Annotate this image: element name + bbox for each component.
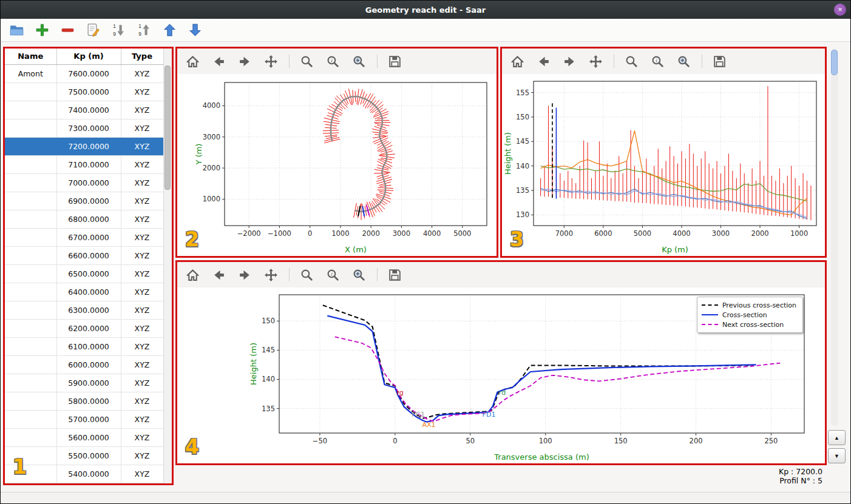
table-cell[interactable] — [5, 137, 56, 155]
table-cell[interactable]: XYZ — [121, 119, 163, 137]
table-row[interactable]: 6900.0000XYZ — [5, 192, 163, 210]
table-row[interactable]: 6600.0000XYZ — [5, 246, 163, 264]
table-cell[interactable] — [5, 392, 56, 410]
table-row[interactable]: 7500.0000XYZ — [5, 82, 163, 101]
table-cell[interactable]: 6300.0000 — [56, 301, 121, 319]
table-row[interactable]: 5700.0000XYZ — [5, 410, 163, 428]
table-cell[interactable] — [5, 337, 56, 355]
profile-up-button[interactable]: ▲ — [828, 430, 846, 445]
plan-view-plot[interactable]: 1000200030004000−2000−100001000200030004… — [177, 74, 497, 256]
table-cell[interactable] — [5, 428, 56, 446]
table-cell[interactable] — [5, 228, 56, 246]
forward-button[interactable] — [561, 53, 578, 70]
pan-button[interactable] — [263, 266, 280, 283]
table-cell[interactable] — [5, 192, 56, 210]
zoom-button[interactable] — [299, 266, 316, 283]
table-row[interactable]: 6200.0000XYZ — [5, 319, 163, 337]
table-scrollbar[interactable] — [163, 49, 172, 483]
column-header[interactable]: Type — [121, 49, 163, 64]
table-cell[interactable]: 5600.0000 — [56, 428, 121, 446]
table-cell[interactable] — [5, 155, 56, 173]
home-button[interactable] — [185, 266, 202, 283]
table-row[interactable]: 6100.0000XYZ — [5, 337, 163, 355]
table-cell[interactable] — [5, 301, 56, 319]
table-row[interactable]: 6300.0000XYZ — [5, 301, 163, 319]
table-cell[interactable]: XYZ — [121, 210, 163, 228]
table-cell[interactable]: 7600.0000 — [56, 64, 121, 82]
table-cell[interactable]: XYZ — [121, 374, 163, 392]
table-cell[interactable]: XYZ — [121, 228, 163, 246]
close-button[interactable]: × — [834, 4, 846, 16]
pan-button[interactable] — [263, 53, 280, 70]
table-cell[interactable]: XYZ — [121, 246, 163, 264]
table-cell[interactable]: 5800.0000 — [56, 392, 121, 410]
profile-down-button[interactable]: ▼ — [828, 448, 846, 463]
zoom-select-button[interactable] — [351, 53, 368, 70]
add-cross-section-button[interactable] — [33, 21, 52, 39]
table-cell[interactable]: XYZ — [121, 101, 163, 119]
edit-button[interactable] — [84, 21, 103, 39]
table-cell[interactable]: XYZ — [121, 446, 163, 465]
table-row[interactable]: 7300.0000XYZ — [5, 119, 163, 137]
table-cell[interactable]: 6500.0000 — [56, 264, 121, 283]
table-cell[interactable]: 7500.0000 — [56, 82, 121, 101]
table-row[interactable]: 5500.0000XYZ — [5, 446, 163, 465]
table-cell[interactable]: 6900.0000 — [56, 192, 121, 210]
table-row[interactable]: 6000.0000XYZ — [5, 355, 163, 374]
back-button[interactable] — [211, 266, 228, 283]
table-row[interactable]: 6500.0000XYZ — [5, 264, 163, 283]
table-cell[interactable]: 6400.0000 — [56, 283, 121, 301]
table-cell[interactable]: XYZ — [121, 173, 163, 192]
table-cell[interactable]: 6000.0000 — [56, 355, 121, 374]
table-cell[interactable] — [5, 319, 56, 337]
table-cell[interactable]: 5400.0000 — [56, 465, 121, 483]
remove-cross-section-button[interactable] — [59, 21, 77, 39]
table-cell[interactable]: XYZ — [121, 192, 163, 210]
zoom-info-button[interactable]: i — [649, 53, 666, 70]
move-down-button[interactable] — [186, 21, 205, 39]
table-cell[interactable]: 7300.0000 — [56, 119, 121, 137]
table-cell[interactable]: XYZ — [121, 82, 163, 101]
table-cell[interactable]: 7000.0000 — [56, 173, 121, 192]
table-cell[interactable]: XYZ — [121, 355, 163, 374]
table-row[interactable]: 7200.0000XYZ — [5, 137, 163, 155]
table-cell[interactable]: 5700.0000 — [56, 410, 121, 428]
table-cell[interactable]: 6100.0000 — [56, 337, 121, 355]
table-row[interactable]: 5600.0000XYZ — [5, 428, 163, 446]
back-button[interactable] — [211, 53, 228, 70]
save-button[interactable] — [387, 53, 404, 70]
column-header[interactable]: Name — [5, 49, 56, 64]
sort-descending-button[interactable]: 1 9 — [110, 21, 128, 39]
zoom-info-button[interactable]: i — [325, 53, 342, 70]
table-cell[interactable]: XYZ — [121, 155, 163, 173]
table-cell[interactable] — [5, 119, 56, 137]
table-cell[interactable]: XYZ — [121, 465, 163, 483]
table-cell[interactable]: 6600.0000 — [56, 246, 121, 264]
table-cell[interactable]: 5500.0000 — [56, 446, 121, 465]
table-row[interactable]: 5900.0000XYZ — [5, 374, 163, 392]
table-row[interactable]: 6700.0000XYZ — [5, 228, 163, 246]
table-row[interactable]: 7400.0000XYZ — [5, 101, 163, 119]
open-button[interactable] — [8, 21, 26, 39]
zoom-button[interactable] — [623, 53, 640, 70]
table-cell[interactable]: 6200.0000 — [56, 319, 121, 337]
table-cell[interactable]: 5900.0000 — [56, 374, 121, 392]
save-button[interactable] — [387, 266, 404, 283]
home-button[interactable] — [185, 53, 202, 70]
table-cell[interactable]: 7200.0000 — [56, 137, 121, 155]
table-cell[interactable]: XYZ — [121, 410, 163, 428]
forward-button[interactable] — [237, 266, 254, 283]
home-button[interactable] — [509, 53, 526, 70]
table-cell[interactable] — [5, 410, 56, 428]
back-button[interactable] — [535, 53, 552, 70]
table-row[interactable]: 7100.0000XYZ — [5, 155, 163, 173]
table-cell[interactable] — [5, 210, 56, 228]
table-row[interactable]: 5800.0000XYZ — [5, 392, 163, 410]
zoom-info-button[interactable]: i — [325, 266, 342, 283]
table-cell[interactable]: XYZ — [121, 64, 163, 82]
table-cell[interactable]: XYZ — [121, 337, 163, 355]
table-scrollbar-thumb[interactable] — [164, 66, 171, 190]
table-cell[interactable]: XYZ — [121, 301, 163, 319]
table-row[interactable]: 5400.0000XYZ — [5, 465, 163, 483]
table-row[interactable]: 6800.0000XYZ — [5, 210, 163, 228]
